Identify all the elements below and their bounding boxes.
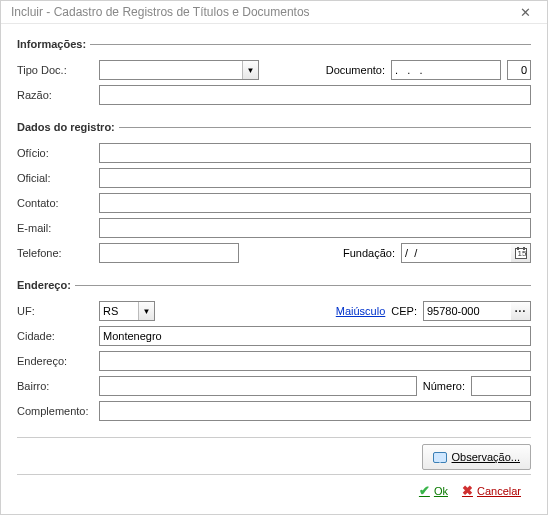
group-informacoes: Informações: Tipo Doc.: ▼ Documento: Raz… xyxy=(17,38,531,109)
fundacao-input[interactable] xyxy=(401,243,511,263)
label-telefone: Telefone: xyxy=(17,247,99,259)
ok-label: Ok xyxy=(434,485,448,497)
label-oficio: Ofício: xyxy=(17,147,99,159)
label-cep: CEP: xyxy=(391,305,417,317)
ellipsis-icon: ··· xyxy=(515,306,526,317)
label-contato: Contato: xyxy=(17,197,99,209)
uf-value: RS xyxy=(103,305,118,317)
calendar-icon: 15 xyxy=(515,248,527,259)
content-area: Informações: Tipo Doc.: ▼ Documento: Raz… xyxy=(1,24,547,515)
cidade-input[interactable] xyxy=(99,326,531,346)
observacao-label: Observação... xyxy=(452,451,520,463)
label-razao: Razão: xyxy=(17,89,99,101)
group-informacoes-legend: Informações: xyxy=(17,38,90,50)
label-endereco: Endereço: xyxy=(17,355,99,367)
endereco-input[interactable] xyxy=(99,351,531,371)
cross-icon: ✖ xyxy=(462,483,473,498)
oficio-input[interactable] xyxy=(99,143,531,163)
cancel-label: Cancelar xyxy=(477,485,521,497)
cep-lookup-button[interactable]: ··· xyxy=(511,301,531,321)
telefone-input[interactable] xyxy=(99,243,239,263)
bairro-input[interactable] xyxy=(99,376,417,396)
group-dados-legend: Dados do registro: xyxy=(17,121,119,133)
label-uf: UF: xyxy=(17,305,99,317)
observacao-button[interactable]: Observação... xyxy=(422,444,531,470)
dialog-window: Incluir - Cadastro de Registros de Títul… xyxy=(0,0,548,515)
contato-input[interactable] xyxy=(99,193,531,213)
group-dados: Dados do registro: Ofício: Oficial: Cont… xyxy=(17,121,531,267)
speech-bubble-icon xyxy=(433,452,447,463)
uf-combo[interactable]: RS ▼ xyxy=(99,301,155,321)
documento-input[interactable] xyxy=(391,60,501,80)
close-button[interactable]: ✕ xyxy=(511,1,539,23)
cep-input[interactable] xyxy=(423,301,511,321)
group-endereco: Endereço: UF: RS ▼ Maiúsculo CEP: ··· xyxy=(17,279,531,425)
chevron-down-icon: ▼ xyxy=(138,302,154,320)
numero-input[interactable] xyxy=(471,376,531,396)
footer: ✔ Ok ✖ Cancelar xyxy=(17,474,531,508)
label-bairro: Bairro: xyxy=(17,380,99,392)
observacao-row: Observação... xyxy=(17,437,531,474)
email-input[interactable] xyxy=(99,218,531,238)
window-title: Incluir - Cadastro de Registros de Títul… xyxy=(11,5,310,19)
close-icon: ✕ xyxy=(520,5,531,20)
cancel-link[interactable]: ✖ Cancelar xyxy=(462,483,521,498)
chevron-down-icon: ▼ xyxy=(242,61,258,79)
label-documento: Documento: xyxy=(326,64,385,76)
label-oficial: Oficial: xyxy=(17,172,99,184)
fundacao-date-button[interactable]: 15 xyxy=(511,243,531,263)
label-cidade: Cidade: xyxy=(17,330,99,342)
complemento-input[interactable] xyxy=(99,401,531,421)
codigo-input[interactable] xyxy=(507,60,531,80)
oficial-input[interactable] xyxy=(99,168,531,188)
maiusculo-link[interactable]: Maiúsculo xyxy=(336,305,386,317)
razao-input[interactable] xyxy=(99,85,531,105)
label-email: E-mail: xyxy=(17,222,99,234)
label-numero: Número: xyxy=(423,380,465,392)
titlebar: Incluir - Cadastro de Registros de Títul… xyxy=(1,1,547,24)
label-complemento: Complemento: xyxy=(17,405,99,417)
check-icon: ✔ xyxy=(419,483,430,498)
label-tipo-doc: Tipo Doc.: xyxy=(17,64,99,76)
group-endereco-legend: Endereço: xyxy=(17,279,75,291)
tipo-doc-combo[interactable]: ▼ xyxy=(99,60,259,80)
label-fundacao: Fundação: xyxy=(343,247,395,259)
ok-link[interactable]: ✔ Ok xyxy=(419,483,448,498)
